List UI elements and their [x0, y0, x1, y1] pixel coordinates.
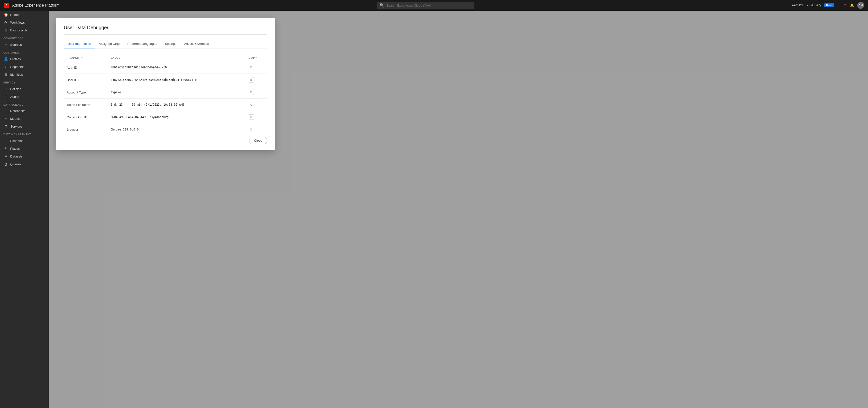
sidebar-section-label: CONNECTIONS	[0, 34, 49, 41]
cell-value: type2e	[107, 86, 137, 99]
cell-property: User ID	[64, 74, 107, 86]
sidebar-section-label: DATA SCIENCE	[0, 100, 49, 107]
workflows-icon: ⟳	[4, 21, 8, 24]
table-row: Current Org ID 36045A905CA640040A495E73@…	[64, 111, 137, 123]
adobe-logo-icon: A	[4, 3, 9, 8]
places-icon: ◎	[4, 147, 8, 151]
sidebar-item-label: Schemas	[10, 139, 23, 143]
sidebar-item-models[interactable]: △ Models	[0, 115, 49, 122]
cell-value: 0 d, 23 hr, 59 min (2/1/2023, 10:58:06 A…	[107, 99, 137, 111]
sidebar-item-places[interactable]: ◎ Places	[0, 145, 49, 152]
sidebar-item-segments[interactable]: ◎ Segments	[0, 63, 49, 71]
env-context: Prod (VA7)	[806, 4, 820, 7]
app-name: Adobe Experience Platform	[12, 3, 60, 7]
table-row: Auth ID FF6A7C3E4FBEA2010A490D4D@AdobeID…	[64, 61, 137, 74]
modal-tabs: User InformationAssigned OrgsPreferred L…	[64, 39, 137, 49]
sidebar-item-label: Models	[10, 117, 21, 121]
cell-value: FF6A7C3E4FBEA2010A490D4D@AdobeID	[107, 61, 137, 74]
cell-value: Chrome 109.0.0.0	[107, 123, 137, 136]
sidebar-item-label: Workflows	[10, 21, 25, 24]
cell-property: Browser	[64, 123, 107, 136]
sidebar-item-home[interactable]: 🏠 Home	[0, 11, 49, 19]
tab-user-information[interactable]: User Information	[64, 39, 95, 49]
queries-icon: ⟨⟩	[4, 162, 8, 166]
notification-icon[interactable]: 🔔	[850, 4, 854, 7]
cell-value: 36045A905CA640040A495E73@AdobeOrg	[107, 111, 137, 123]
sidebar-item-notebooks[interactable]: Notebooks	[0, 107, 49, 115]
services-icon: ⚙	[4, 124, 8, 128]
sidebar: 🏠 Home ⟳ Workflows ▦ Dashboards CONNECTI…	[0, 11, 49, 408]
sidebar-item-label: Profiles	[10, 57, 21, 61]
table-row: Token Expiration 0 d, 23 hr, 59 min (2/1…	[64, 99, 137, 111]
cell-property: Auth ID	[64, 61, 107, 74]
debug-table: PROPERTY VALUE COPY Auth ID FF6A7C3E4FBE…	[64, 54, 137, 135]
sidebar-item-label: Datasets	[10, 155, 23, 158]
models-icon: △	[4, 117, 8, 121]
search-icon: 🔍	[379, 3, 384, 8]
sidebar-item-profiles[interactable]: 👤 Profiles	[0, 55, 49, 63]
sidebar-item-identities[interactable]: ⊞ Identities	[0, 71, 49, 79]
sidebar-item-services[interactable]: ⚙ Services	[0, 122, 49, 130]
sidebar-item-label: Home	[10, 13, 19, 17]
sidebar-item-policies[interactable]: ⊟ Policies	[0, 85, 49, 93]
search-input[interactable]	[386, 4, 472, 7]
sidebar-item-label: Dashboards	[10, 29, 27, 32]
sources-icon: ↩	[4, 42, 8, 46]
identities-icon: ⊞	[4, 72, 8, 76]
cell-property: Token Expiration	[64, 99, 107, 111]
sidebar-section-label: PRIVACY	[0, 79, 49, 85]
modal-overlay: User Data Debugger User InformationAssig…	[49, 22, 137, 408]
apps-icon[interactable]: ⠿	[838, 4, 840, 7]
cell-property: Current Org ID	[64, 111, 107, 123]
profiles-icon: 👤	[4, 57, 8, 61]
topbar: A Adobe Experience Platform 🔍 AAM DS Pro…	[0, 0, 868, 11]
sidebar-item-schemas[interactable]: ⊞ Schemas	[0, 137, 49, 145]
sidebar-item-sources[interactable]: ↩ Sources	[0, 41, 49, 49]
topbar-right: AAM DS Prod (VA7) Prod ⠿ ❓ 🔔 CM	[792, 2, 864, 9]
cell-property: Account Type	[64, 86, 107, 99]
table-row: Account Type type2e ⧉	[64, 86, 137, 99]
user-context: AAM DS	[792, 4, 803, 7]
sidebar-item-label: Segments	[10, 65, 25, 69]
sidebar-item-label: Policies	[10, 87, 21, 91]
modal: User Data Debugger User InformationAssig…	[56, 22, 137, 150]
sidebar-item-label: Queries	[10, 162, 22, 166]
datasets-icon: ≡	[4, 154, 8, 158]
sidebar-item-workflows[interactable]: ⟳ Workflows	[0, 19, 49, 26]
help-icon[interactable]: ❓	[843, 4, 847, 7]
cell-value: B48C0A1662DCCF540A495FC0@b23578be62dcc47…	[107, 74, 137, 86]
sidebar-section-label: CUSTOMER	[0, 49, 49, 55]
modal-title: User Data Debugger	[64, 25, 137, 35]
sidebar-item-dashboards[interactable]: ▦ Dashboards	[0, 26, 49, 34]
sidebar-item-label: Places	[10, 147, 20, 151]
col-value: VALUE	[107, 54, 137, 61]
sidebar-item-queries[interactable]: ⟨⟩ Queries	[0, 160, 49, 168]
tab-preferred-languages[interactable]: Preferred Languages	[123, 39, 137, 49]
sidebar-item-label: Sources	[10, 43, 22, 46]
avatar[interactable]: CM	[857, 2, 864, 9]
sidebar-item-label: Notebooks	[10, 109, 25, 113]
schemas-icon: ⊞	[4, 139, 8, 143]
policies-icon: ⊟	[4, 87, 8, 91]
col-property: PROPERTY	[64, 54, 107, 61]
table-row: User ID B48C0A1662DCCF540A495FC0@b23578b…	[64, 74, 137, 86]
sidebar-item-label: Services	[10, 125, 22, 128]
audits-icon: ▤	[4, 95, 8, 99]
tab-assigned-orgs[interactable]: Assigned Orgs	[95, 39, 123, 49]
segments-icon: ◎	[4, 65, 8, 69]
sidebar-item-datasets[interactable]: ≡ Datasets	[0, 152, 49, 160]
sidebar-item-label: Identities	[10, 73, 23, 76]
search-bar[interactable]: 🔍	[377, 2, 474, 9]
sidebar-item-label: Audits	[10, 95, 19, 99]
dashboards-icon: ▦	[4, 28, 8, 32]
home-icon: 🏠	[4, 13, 8, 17]
sidebar-section-label: DATA MANAGEMENT	[0, 130, 49, 137]
table-row: Browser Chrome 109.0.0.0 ⧉	[64, 123, 137, 136]
sidebar-item-audits[interactable]: ▤ Audits	[0, 93, 49, 100]
main-content: Welcome Charles Menguy User Data Debugge…	[49, 22, 137, 408]
env-badge[interactable]: Prod	[824, 3, 834, 7]
